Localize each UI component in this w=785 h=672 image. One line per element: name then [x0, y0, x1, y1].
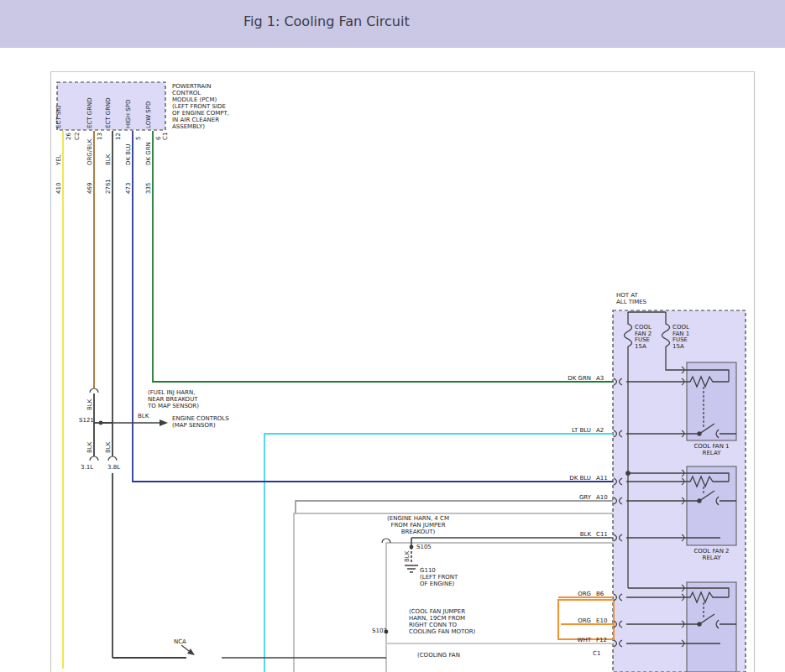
wire-color-blk-upper: BLK	[86, 399, 93, 410]
pcm-pin-number: 6	[155, 137, 162, 140]
circuit-diagram-canvas	[0, 0, 785, 672]
cool-fan-2-relay-label: COOL FAN 2 RELAY	[687, 548, 736, 561]
wire-label-dkblu: DK BLU	[527, 475, 591, 482]
pcm-pin-number: 12	[115, 133, 122, 140]
engine-3-1l-label: 3.1L	[81, 464, 93, 471]
ground-g110-note: G110 (LEFT FRONT OF ENGINE)	[420, 567, 458, 587]
wire-label-wht: WHT	[527, 637, 591, 643]
relay-center-connector-c1: C1	[593, 650, 600, 657]
wire-label-org-e10: ORG	[527, 617, 591, 624]
splice-s105-dot	[410, 545, 414, 550]
pcm-pin-ect-sig: ECT SIG	[55, 105, 62, 128]
splice-s121-dot	[99, 421, 103, 425]
hot-at-all-times-note: HOT AT ALL TIMES	[616, 292, 646, 305]
fuel-inj-note: (FUEL INJ HARN, NEAR BREAKOUT TO MAP SEN…	[148, 389, 199, 409]
pcm-pin-number: 5	[135, 137, 142, 140]
pin-a10: A10	[596, 494, 608, 501]
wire-color-blk-leg-right: BLK	[105, 442, 112, 453]
pin-f12: F12	[596, 637, 607, 643]
pcm-pin-number: 26	[65, 133, 72, 140]
relay-center-box	[613, 310, 746, 672]
pcm-connector-c1: C1	[162, 133, 169, 140]
pin-a2: A2	[596, 427, 604, 434]
cool-fan-2-fuse-label: COOL FAN 2 FUSE 15A	[635, 325, 652, 350]
wiring-diagram: POWERTRAIN CONTROL MODULE (PCM) (LEFT FR…	[0, 48, 785, 672]
pcm-pin-high-spd: HIGH SPD	[125, 100, 132, 128]
pcm-connector-c2: C2	[74, 133, 81, 140]
pcm-pin-number: 13	[97, 133, 103, 140]
jumper-harn-note: (COOL FAN JUMPER HARN, 19CM FROM RIGHT C…	[409, 608, 475, 635]
circuit-469: 469	[86, 183, 93, 194]
pcm-pin-low-spd: LOW SPD	[145, 102, 152, 128]
engine-harn-note: (ENGINE HARN, 4 CM FROM FAN JUMPER BREAK…	[375, 515, 461, 535]
wire-color-blk-ground: BLK	[404, 551, 411, 562]
splice-s105-label: S105	[416, 544, 432, 550]
splice-s121-label: S121	[79, 417, 94, 424]
map-sensor-wire-color: BLK	[138, 413, 149, 419]
splice-dots	[99, 421, 414, 634]
wire-color-yel: YEL	[55, 154, 62, 165]
wire-label-gry: GRY	[527, 494, 591, 501]
wire-label-ltblu: LT BLU	[527, 427, 591, 434]
map-sensor-destination: ENGINE CONTROLS (MAP SENSOR)	[172, 415, 229, 429]
pin-a11: A11	[596, 475, 608, 482]
pcm-pin-ect-grnd2: ECT GRND	[105, 97, 112, 128]
pin-c11: C11	[596, 531, 608, 538]
wire-label-org-b6: ORG	[527, 591, 591, 597]
wire-color-orgblk: ORG/BLK	[86, 139, 93, 165]
wire-color-blk: BLK	[105, 154, 112, 165]
pcm-pin-ect-grnd1: ECT GRND	[86, 97, 93, 128]
nca-arrow	[181, 645, 195, 655]
circuit-335: 335	[145, 183, 152, 194]
pcm-description: POWERTRAIN CONTROL MODULE (PCM) (LEFT FR…	[172, 83, 229, 130]
wire-color-blk-leg-left: BLK	[86, 442, 93, 453]
wire-dk-grn-low-spd	[153, 131, 613, 382]
engine-controls-arrow	[101, 419, 168, 426]
circuit-410: 410	[55, 183, 62, 194]
engine-3-8l-label: 3.8L	[107, 464, 120, 471]
inline-connector-symbols	[90, 388, 390, 543]
nca-label: NCA	[174, 638, 186, 645]
cool-fan-1-fuse-label: COOL FAN 1 FUSE 15A	[672, 325, 689, 350]
cool-fan-1-relay-label: COOL FAN 1 RELAY	[687, 443, 736, 456]
splice-s103-label: S103	[372, 628, 387, 634]
circuit-2761: 2761	[105, 179, 112, 194]
wire-color-dkblu: DK BLU	[125, 143, 132, 165]
pin-e10: E10	[596, 617, 607, 624]
wire-label-blk: BLK	[527, 531, 591, 538]
circuit-473: 473	[125, 183, 132, 194]
wire-color-dkgrn: DK GRN	[145, 142, 152, 165]
cooling-fan-label: (COOLING FAN	[417, 652, 460, 659]
pin-b6: B6	[596, 591, 604, 597]
wire-gry-a10	[296, 501, 613, 513]
pin-a3: A3	[596, 375, 604, 382]
wire-label-dkgrn: DK GRN	[527, 375, 591, 382]
